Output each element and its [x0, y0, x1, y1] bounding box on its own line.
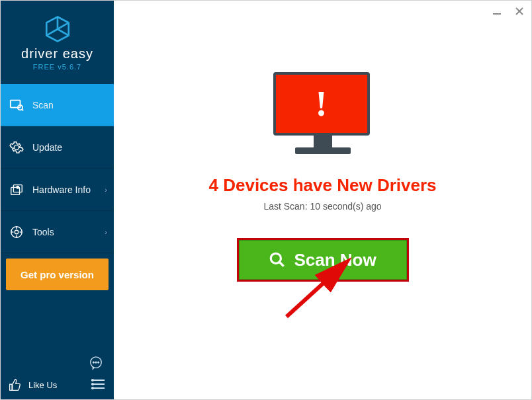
- svg-line-28: [280, 262, 285, 266]
- get-pro-label: Get pro version: [21, 269, 94, 280]
- get-pro-button[interactable]: Get pro version: [6, 259, 109, 290]
- logo-area: driver easy FREE v5.6.7: [1, 1, 114, 84]
- minimize-icon: [492, 7, 502, 16]
- main-content: ! 4 Devices have New Drivers Last Scan: …: [114, 1, 531, 399]
- sidebar-item-scan[interactable]: Scan: [1, 84, 114, 126]
- svg-rect-17: [10, 384, 12, 390]
- feedback-button[interactable]: [1, 350, 114, 370]
- svg-point-6: [17, 186, 19, 188]
- like-us-label: Like Us: [28, 380, 57, 390]
- chat-icon: [89, 356, 103, 370]
- sidebar: driver easy FREE v5.6.7 Scan Update Hard…: [1, 1, 114, 399]
- chevron-right-icon: ›: [105, 228, 107, 236]
- thumbs-up-icon: [9, 378, 22, 391]
- hardware-icon: [9, 182, 24, 198]
- menu-icon[interactable]: [91, 379, 105, 391]
- app-brand-text: driver easy: [21, 46, 93, 61]
- svg-line-3: [22, 109, 23, 110]
- sidebar-item-tools[interactable]: Tools ›: [1, 211, 114, 253]
- sidebar-item-label: Hardware Info: [32, 184, 91, 195]
- svg-rect-1: [11, 100, 21, 107]
- sidebar-footer: Like Us: [1, 350, 114, 399]
- gear-icon: [9, 140, 24, 155]
- svg-point-21: [91, 379, 94, 381]
- search-icon: [269, 251, 286, 268]
- sidebar-item-update[interactable]: Update: [1, 126, 114, 169]
- exclamation-icon: !: [316, 83, 328, 124]
- svg-point-15: [95, 362, 97, 363]
- svg-point-23: [91, 387, 94, 389]
- scan-now-button[interactable]: Scan Now: [239, 240, 407, 280]
- like-us-button[interactable]: Like Us: [1, 370, 114, 399]
- sidebar-item-hardware-info[interactable]: Hardware Info ›: [1, 169, 114, 211]
- monitor-alert-graphic: !: [273, 72, 373, 158]
- chevron-right-icon: ›: [105, 186, 107, 194]
- svg-point-16: [98, 362, 99, 363]
- app-logo-icon: [43, 15, 72, 44]
- minimize-button[interactable]: [490, 5, 504, 18]
- window-controls: [490, 5, 526, 18]
- app-version-text: FREE v5.6.7: [33, 63, 81, 71]
- close-icon: [515, 7, 524, 16]
- svg-point-27: [271, 253, 281, 263]
- scan-icon: [9, 97, 24, 113]
- sidebar-item-label: Update: [32, 142, 62, 153]
- scan-now-label: Scan Now: [294, 250, 376, 270]
- status-headline: 4 Devices have New Drivers: [209, 175, 437, 196]
- sidebar-item-label: Tools: [32, 227, 54, 237]
- sidebar-item-label: Scan: [32, 100, 54, 110]
- tools-icon: [9, 224, 24, 240]
- scan-button-highlight: Scan Now: [237, 238, 409, 282]
- svg-point-8: [15, 230, 19, 234]
- close-button[interactable]: [513, 5, 526, 18]
- svg-point-14: [93, 362, 94, 363]
- last-scan-text: Last Scan: 10 second(s) ago: [263, 201, 381, 212]
- svg-point-22: [91, 383, 94, 385]
